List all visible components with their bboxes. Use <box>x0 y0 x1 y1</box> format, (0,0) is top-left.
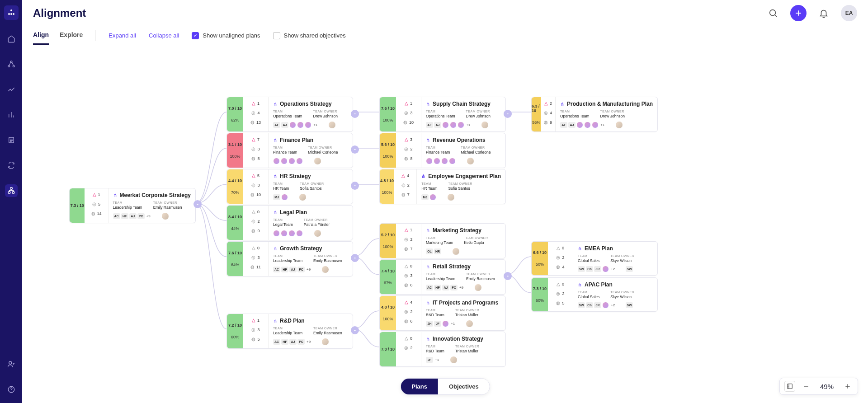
checkbox-unchecked-icon <box>273 32 280 39</box>
card-stats: △0 ◎3 ◍11 <box>243 242 269 276</box>
collapse-node-button[interactable]: - <box>504 110 512 118</box>
plan-card[interactable]: 7.0 / 1062% △1 ◎4 ◍13 ⋔Operations Strate… <box>226 97 353 132</box>
toolbar: Align Explore Expand all Collapse all ✓ … <box>22 26 868 45</box>
collapse-node-button[interactable]: - <box>351 145 359 154</box>
nav-alignment-icon[interactable] <box>5 184 18 197</box>
score-badge: 7.3 / 1060% <box>532 278 548 311</box>
card-body: ⋔Revenue Operations TEAMFinance Team TEA… <box>421 133 505 168</box>
nav-report-icon[interactable] <box>5 134 18 146</box>
app-logo[interactable] <box>4 5 19 20</box>
card-stats: △3 ◎2 ◍8 <box>396 133 421 168</box>
plan-card[interactable]: 8.4 / 1044% △0 ◎2 ◍9 ⋔Legal Plan TEAMLeg… <box>226 205 353 240</box>
expand-all-link[interactable]: Expand all <box>108 32 136 39</box>
card-stats: △0 ◎3 ◍6 <box>396 260 421 294</box>
card-stats: △0 ◎2 <box>396 332 421 366</box>
plan-card[interactable]: 7.2 / 1060% △1 ◎3 ◍5 ⋔R&D Plan TEAMLeade… <box>226 314 353 349</box>
alignment-canvas[interactable]: Plans Objectives 49% 7.3 / 10 △1 ◎5 ◍14 … <box>22 45 868 403</box>
plan-card[interactable]: 4.4 / 1070% △5 ◎3 ◍10 ⋔HR Strategy TEAMH… <box>226 169 353 204</box>
collapse-node-button[interactable]: - <box>351 254 359 262</box>
collapse-node-button[interactable]: - <box>351 110 359 118</box>
plan-card[interactable]: 7.3 / 10 △1 ◎5 ◍14 ⋔Meerkat Corporate St… <box>69 188 196 223</box>
card-body: ⋔Operations Strategy TEAMOperations Team… <box>269 97 353 131</box>
score-badge: 4.8 / 10100% <box>380 296 396 330</box>
card-stats: △1 ◎3 ◍5 <box>243 314 269 348</box>
plan-card[interactable]: 4.8 / 10100% △4 ◎2 ◍7 ⋔Employee Engageme… <box>379 169 506 204</box>
collapse-node-button[interactable]: - <box>351 326 359 334</box>
card-body: ⋔APAC Plan TEAMGlobal Sales TEAM OWNERSk… <box>573 278 657 311</box>
svg-point-0 <box>10 9 12 11</box>
plan-card[interactable]: 7.3 / 1060% △0 ◎2 ◍5 ⋔APAC Plan TEAMGlob… <box>531 277 658 312</box>
card-stats: △1 ◎5 ◍14 <box>85 188 108 223</box>
svg-rect-9 <box>8 192 10 193</box>
card-stats: △2 ◎4 ◍9 <box>541 97 556 131</box>
card-stats: △0 ◎2 ◍5 <box>548 278 573 311</box>
card-stats: △0 ◎2 ◍9 <box>243 206 269 240</box>
card-body: ⋔Retail Strategy TEAMLeadership Team TEA… <box>421 260 505 294</box>
card-stats: △4 ◎2 ◍6 <box>396 296 421 330</box>
collapse-node-button[interactable]: - <box>504 272 512 280</box>
score-badge: 5.6 / 10100% <box>380 133 396 168</box>
card-body: ⋔Marketing Strategy TEAMMarketing Team T… <box>421 224 505 258</box>
plan-card[interactable]: 4.8 / 10100% △4 ◎2 ◍6 ⋔IT Projects and P… <box>379 295 506 331</box>
topbar: Alignment EA <box>22 0 868 26</box>
search-icon[interactable] <box>765 5 781 21</box>
nav-home-icon[interactable] <box>5 33 18 45</box>
nav-invite-icon[interactable] <box>5 358 18 370</box>
notifications-icon[interactable] <box>816 5 832 21</box>
card-body: ⋔Meerkat Corporate Strategy TEAMLeadersh… <box>108 188 195 223</box>
card-body: ⋔HR Strategy TEAMHR Team TEAM OWNERSofia… <box>269 169 353 204</box>
svg-point-13 <box>770 9 776 15</box>
svg-point-2 <box>13 13 14 15</box>
score-badge: 4.8 / 10100% <box>380 169 394 204</box>
card-body: ⋔R&D Plan TEAMLeadership Team TEAM OWNER… <box>269 314 353 348</box>
card-stats: △4 ◎2 ◍7 <box>394 169 417 204</box>
nav-rail <box>0 0 22 403</box>
nav-network-icon[interactable] <box>5 58 18 70</box>
add-button[interactable] <box>790 5 807 21</box>
score-badge: 6.3 / 1056% <box>532 97 541 131</box>
show-unaligned-checkbox[interactable]: ✓ Show unaligned plans <box>192 32 260 39</box>
show-shared-checkbox[interactable]: Show shared objectives <box>273 32 346 39</box>
plan-card[interactable]: 5.6 / 10100% △3 ◎2 ◍8 ⋔Revenue Operation… <box>379 133 506 168</box>
plan-card[interactable]: 7.3 / 10 △0 ◎2 ⋔Innovation Strategy TEAM… <box>379 332 506 367</box>
collapse-node-button[interactable]: - <box>193 200 202 208</box>
zoom-out-button[interactable] <box>801 381 811 392</box>
plan-card[interactable]: 7.4 / 1067% △0 ◎3 ◍6 ⋔Retail Strategy TE… <box>379 259 506 295</box>
zoom-fit-icon[interactable] <box>784 381 795 392</box>
tab-align[interactable]: Align <box>33 26 49 45</box>
plan-card[interactable]: 3.1 / 10100% △7 ◎3 ◍8 ⋔Finance Plan TEAM… <box>226 133 353 168</box>
score-badge: 7.3 / 10 <box>380 332 396 366</box>
card-body: ⋔Employee Engagement Plan TEAMHR Team TE… <box>417 169 505 204</box>
plan-card[interactable]: 7.6 / 10100% △1 ◎3 ◍10 ⋔Supply Chain Str… <box>379 97 506 132</box>
svg-point-5 <box>8 66 9 67</box>
view-plans-button[interactable]: Plans <box>401 379 438 394</box>
score-badge: 7.3 / 10 <box>70 188 85 223</box>
plan-card[interactable]: 7.6 / 1064% △0 ◎3 ◍11 ⋔Growth Strategy T… <box>226 241 353 276</box>
score-badge: 6.6 / 1050% <box>532 242 548 275</box>
card-body: ⋔IT Projects and Programs TEAMR&D Team T… <box>421 296 505 330</box>
collapse-all-link[interactable]: Collapse all <box>149 32 179 39</box>
zoom-in-button[interactable] <box>842 381 853 392</box>
card-stats: △1 ◎2 ◍7 <box>396 224 421 258</box>
view-objectives-button[interactable]: Objectives <box>438 379 490 394</box>
collapse-node-button[interactable]: - <box>351 182 359 190</box>
score-badge: 5.2 / 10100% <box>380 224 396 258</box>
nav-sync-icon[interactable] <box>5 159 18 172</box>
user-avatar[interactable]: EA <box>841 5 857 21</box>
score-badge: 8.4 / 1044% <box>227 206 243 240</box>
nav-help-icon[interactable] <box>5 383 18 396</box>
nav-trend-icon[interactable] <box>5 83 18 96</box>
svg-point-3 <box>10 13 12 15</box>
card-body: ⋔Legal Plan TEAMLegal Team TEAM OWNERPat… <box>269 206 353 240</box>
card-body: ⋔EMEA Plan TEAMGlobal Sales TEAM OWNERSk… <box>573 242 657 275</box>
checkbox-checked-icon: ✓ <box>192 32 199 39</box>
plan-card[interactable]: 6.6 / 1050% △0 ◎2 ◍4 ⋔EMEA Plan TEAMGlob… <box>531 241 658 276</box>
tab-explore[interactable]: Explore <box>60 26 83 45</box>
plan-card[interactable]: 6.3 / 1056% △2 ◎4 ◍9 ⋔Production & Manuf… <box>531 97 658 132</box>
plan-card[interactable]: 5.2 / 10100% △1 ◎2 ◍7 ⋔Marketing Strateg… <box>379 223 506 258</box>
card-body: ⋔Growth Strategy TEAMLeadership Team TEA… <box>269 242 353 276</box>
score-badge: 7.4 / 1067% <box>380 260 396 294</box>
nav-chart-icon[interactable] <box>5 108 18 121</box>
svg-point-4 <box>10 61 12 63</box>
score-badge: 7.6 / 10100% <box>380 97 396 131</box>
